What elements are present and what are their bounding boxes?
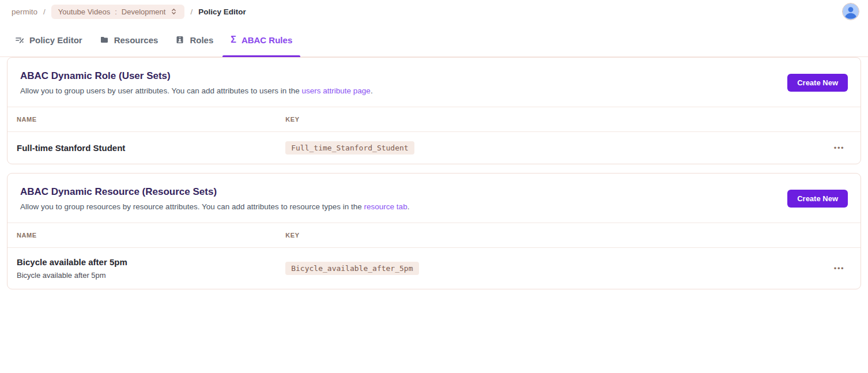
user-sets-card-heading: ABAC Dynamic Role (User Sets) Allow you … xyxy=(20,70,373,95)
column-header-actions xyxy=(824,107,861,132)
resource-tab-link[interactable]: resource tab xyxy=(364,202,407,211)
resource-sets-card-header: ABAC Dynamic Resource (Resource Sets) Al… xyxy=(7,174,861,223)
tab-abac-rules[interactable]: Σ ABAC Rules xyxy=(222,23,300,56)
breadcrumb-separator: / xyxy=(43,7,46,16)
breadcrumb-org[interactable]: permito xyxy=(12,7,37,16)
breadcrumb: permito / Youtube Videos : Development /… xyxy=(12,5,246,19)
section-title: ABAC Dynamic Role (User Sets) xyxy=(20,70,373,82)
tab-policy-editor[interactable]: Policy Editor xyxy=(7,23,90,56)
description-text: Allow you to group resources by resource… xyxy=(20,202,364,211)
badge-icon xyxy=(175,35,184,44)
row-actions-menu-icon[interactable]: ••• xyxy=(833,142,846,154)
user-set-name: Full-time Stanford Student xyxy=(17,143,267,153)
create-new-user-set-button[interactable]: Create New xyxy=(787,74,848,92)
environment-name: Development xyxy=(122,7,166,16)
section-description: Allow you to group resources by resource… xyxy=(20,202,409,211)
user-sets-card-header: ABAC Dynamic Role (User Sets) Allow you … xyxy=(7,58,861,107)
resource-set-key-chip: Bicycle_available_after_5pm xyxy=(285,262,418,275)
users-attribute-page-link[interactable]: users attribute page xyxy=(302,86,371,95)
tab-label: Roles xyxy=(190,35,213,45)
tab-label: Resources xyxy=(114,35,158,45)
column-header-key: KEY xyxy=(276,223,824,248)
description-period: . xyxy=(371,86,373,95)
section-description: Allow you to group users by user attribu… xyxy=(20,86,373,95)
user-sets-card: ABAC Dynamic Role (User Sets) Allow you … xyxy=(7,57,861,164)
column-header-name: NAME xyxy=(7,223,276,248)
column-header-name: NAME xyxy=(7,107,276,132)
tab-label: ABAC Rules xyxy=(241,35,292,45)
person-icon xyxy=(843,3,859,20)
project-name: Youtube Videos xyxy=(58,7,110,16)
row-actions-menu-icon[interactable]: ••• xyxy=(833,262,846,274)
user-sets-table: NAME KEY Full-time Stanford Student Full… xyxy=(7,107,861,164)
table-header-row: NAME KEY xyxy=(7,107,861,132)
resource-set-description: Bicycle available after 5pm xyxy=(17,271,267,280)
column-header-actions xyxy=(824,223,861,248)
project-environment-selector[interactable]: Youtube Videos : Development xyxy=(51,5,185,19)
table-row[interactable]: Full-time Stanford Student Full_time_Sta… xyxy=(7,132,861,164)
create-new-resource-set-button[interactable]: Create New xyxy=(787,190,848,208)
table-header-row: NAME KEY xyxy=(7,223,861,248)
sigma-icon: Σ xyxy=(231,35,236,44)
user-avatar[interactable] xyxy=(843,3,859,20)
description-text: Allow you to group users by user attribu… xyxy=(20,86,302,95)
folder-icon xyxy=(100,35,109,44)
tab-roles[interactable]: Roles xyxy=(167,23,221,56)
tab-resources[interactable]: Resources xyxy=(92,23,167,56)
tab-label: Policy Editor xyxy=(29,35,82,45)
description-period: . xyxy=(407,202,410,211)
breadcrumb-current-page: Policy Editor xyxy=(198,7,246,16)
user-set-key-chip: Full_time_Stanford_Student xyxy=(285,141,414,155)
breadcrumb-separator: / xyxy=(190,7,193,16)
resource-set-name: Bicycle available after 5pm xyxy=(17,257,267,267)
column-header-key: KEY xyxy=(276,107,824,132)
top-bar: permito / Youtube Videos : Development /… xyxy=(0,0,868,23)
resource-sets-table: NAME KEY Bicycle available after 5pm Bic… xyxy=(7,223,861,289)
rule-icon xyxy=(15,35,24,44)
tab-bar: Policy Editor Resources Roles Σ ABAC Rul… xyxy=(0,23,868,57)
breadcrumb-colon: : xyxy=(115,7,117,16)
resource-sets-card-heading: ABAC Dynamic Resource (Resource Sets) Al… xyxy=(20,186,409,211)
section-title: ABAC Dynamic Resource (Resource Sets) xyxy=(20,186,409,198)
resource-sets-card: ABAC Dynamic Resource (Resource Sets) Al… xyxy=(7,173,861,289)
updown-chevron-icon xyxy=(170,7,178,16)
table-row[interactable]: Bicycle available after 5pm Bicycle avai… xyxy=(7,248,861,289)
